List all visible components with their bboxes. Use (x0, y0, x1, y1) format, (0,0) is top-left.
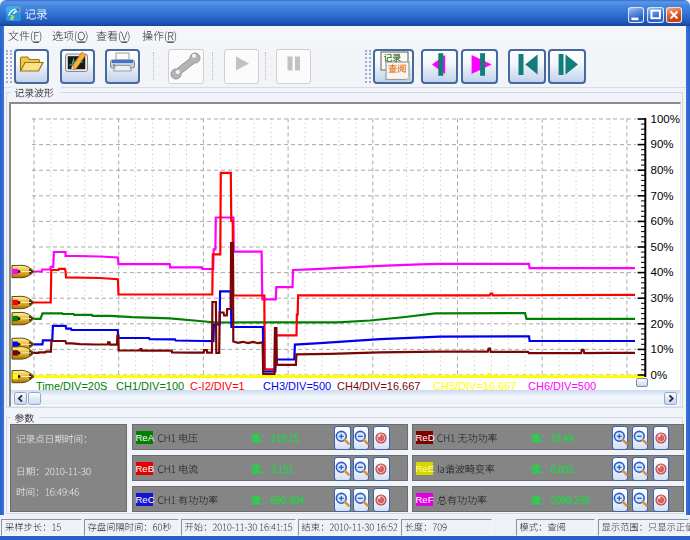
svg-text:0%: 0% (651, 369, 668, 381)
svg-text:CH4/DIV=16.667: CH4/DIV=16.667 (337, 380, 420, 390)
svg-text:50%: 50% (651, 241, 674, 253)
svg-text:30%: 30% (651, 292, 674, 304)
svg-text:80%: 80% (651, 164, 674, 176)
svg-text:40%: 40% (651, 266, 674, 278)
svg-text:CH5/DIV=16.667: CH5/DIV=16.667 (433, 380, 516, 390)
svg-text:10%: 10% (651, 343, 674, 355)
svg-text:CH6/DIV=500: CH6/DIV=500 (528, 380, 596, 390)
svg-text:CH1/DIV=100: CH1/DIV=100 (116, 380, 184, 390)
svg-text:C-I2/DIV=1: C-I2/DIV=1 (190, 380, 245, 390)
svg-text:90%: 90% (651, 138, 674, 150)
svg-text:CH3/DIV=500: CH3/DIV=500 (263, 380, 331, 390)
svg-text:60%: 60% (651, 215, 674, 227)
svg-text:Time/DIV=20S: Time/DIV=20S (36, 380, 107, 390)
svg-text:20%: 20% (651, 318, 674, 330)
svg-text:70%: 70% (651, 190, 674, 202)
svg-text:100%: 100% (651, 113, 680, 125)
